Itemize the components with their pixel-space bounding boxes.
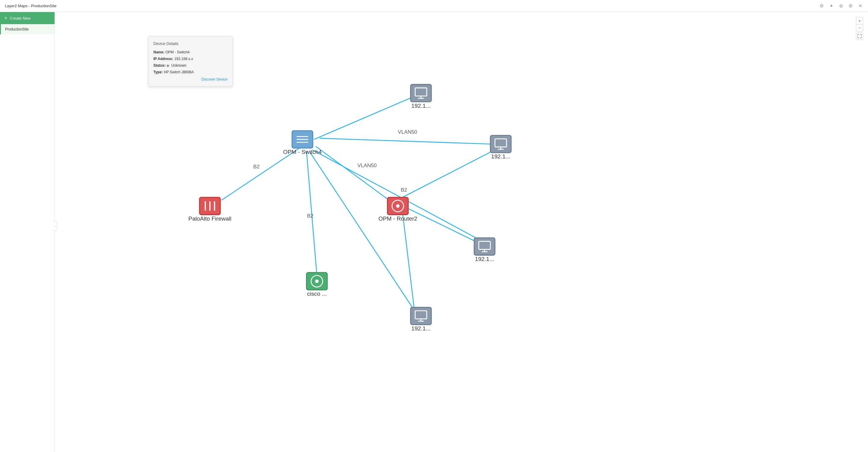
popup-ip-value: 192.168.x.x — [174, 57, 193, 61]
popup-type-row: Type: HP Switch J8698A — [153, 70, 227, 74]
edge-router2-device4 — [402, 212, 414, 308]
popup-title: Device Details — [153, 41, 227, 46]
network-icon[interactable]: ⊛ — [838, 3, 844, 9]
popup-ip-row: IP Address: 192.168.x.x — [153, 57, 227, 61]
node-router2-label: OPM - Router2 — [378, 216, 417, 222]
sidebar-collapse-button[interactable]: ‹ — [53, 221, 57, 231]
settings-icon[interactable]: ⚙ — [818, 3, 825, 9]
node-cisco[interactable]: cisco ... — [307, 273, 327, 297]
sidebar-item-productionsite[interactable]: ProductionSite — [0, 24, 55, 34]
header: Layer2 Maps - ProductionSite ⚙ ✦ ⊛ ⚙ ✕ — [0, 0, 868, 12]
popup-name-row: Name: OPM - Switch4 — [153, 50, 227, 54]
node-device3-label: 192.1... — [475, 256, 494, 262]
edge-switch4-router2 — [316, 146, 390, 200]
zoom-out-button[interactable]: − — [856, 24, 863, 31]
device-details-popup: Device Details Name: OPM - Switch4 IP Ad… — [148, 36, 233, 87]
popup-ip-label: IP Address: — [153, 57, 173, 61]
map-area[interactable]: B2 VLAN50 VLAN50 B2 B2 — [55, 12, 868, 452]
plus-icon: + — [4, 16, 7, 21]
popup-type-label: Type: — [153, 70, 163, 74]
close-icon[interactable]: ✕ — [857, 3, 863, 9]
sidebar: + Create New ProductionSite — [0, 12, 55, 452]
main-layout: + Create New ProductionSite ‹ B2 VLAN50 … — [0, 12, 868, 452]
page-title: Layer2 Maps - ProductionSite — [0, 4, 818, 8]
svg-rect-18 — [490, 136, 511, 153]
edge-label-b2-device3: B2 — [401, 187, 407, 193]
node-firewall-label: PaloAlto Firewall — [188, 216, 231, 222]
edge-label-b2-firewall: B2 — [253, 164, 259, 170]
node-device1-label: 192.1... — [411, 103, 431, 109]
node-device3[interactable]: 192.1... — [474, 238, 495, 262]
collapse-icon: ‹ — [54, 225, 55, 228]
node-device2-label: 192.1... — [491, 153, 510, 160]
popup-status-value: Unknown — [171, 63, 186, 67]
header-icons: ⚙ ✦ ⊛ ⚙ ✕ — [818, 3, 868, 9]
popup-name-value: OPM - Switch4 — [165, 50, 190, 54]
edge-label-b2-cisco: B2 — [307, 213, 313, 219]
fullscreen-icon — [858, 34, 862, 38]
status-dot-icon — [167, 64, 169, 67]
sidebar-item-label: ProductionSite — [5, 27, 29, 31]
svg-point-10 — [396, 204, 400, 208]
edge-router2-device2 — [402, 152, 490, 197]
zoom-in-button[interactable]: + — [856, 17, 863, 24]
node-cisco-label: cisco ... — [307, 290, 327, 297]
popup-status-row: Status: Unknown — [153, 63, 227, 67]
nodes-icon[interactable]: ✦ — [828, 3, 834, 9]
edge-router2-device3 — [407, 207, 478, 242]
create-new-label: Create New — [10, 16, 31, 21]
svg-rect-22 — [474, 238, 495, 255]
node-device4-label: 192.1... — [411, 325, 431, 332]
node-device4[interactable]: 192.1... — [410, 307, 431, 332]
edge-switch4-device3 — [312, 150, 476, 238]
edge-switch4-firewall — [221, 148, 300, 200]
svg-rect-14 — [410, 84, 431, 102]
gear-icon[interactable]: ⚙ — [847, 3, 854, 9]
svg-point-13 — [315, 279, 319, 283]
discover-device-link[interactable]: Discover Device — [153, 77, 227, 82]
edge-label-vlan50-router2: VLAN50 — [358, 162, 377, 168]
node-router2[interactable]: OPM - Router2 — [378, 197, 417, 222]
node-switch4[interactable]: OPM - Switch4 — [283, 131, 322, 155]
zoom-controls: + − — [856, 17, 863, 40]
popup-status-label: Status: — [153, 63, 166, 67]
popup-type-value: HP Switch J8698A — [164, 70, 193, 74]
node-switch4-label: OPM - Switch4 — [283, 149, 322, 155]
edge-label-vlan50-device2: VLAN50 — [398, 129, 417, 135]
popup-name-label: Name: — [153, 50, 164, 54]
node-device1[interactable]: 192.1... — [410, 84, 431, 109]
node-firewall[interactable]: PaloAlto Firewall — [188, 197, 231, 222]
fullscreen-button[interactable] — [856, 33, 863, 40]
svg-rect-26 — [410, 307, 431, 325]
node-device2[interactable]: 192.1... — [490, 136, 511, 160]
create-new-button[interactable]: + Create New — [0, 12, 55, 24]
edge-switch4-device2 — [320, 138, 490, 144]
